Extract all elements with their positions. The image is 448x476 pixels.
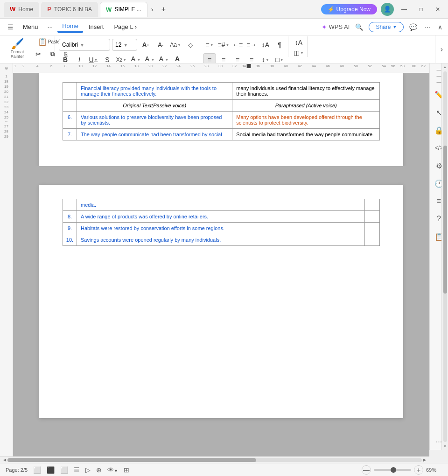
bold-button[interactable]: B — [59, 53, 72, 63]
outline-view-icon[interactable]: ☰ — [74, 466, 80, 474]
more-tabs-button[interactable]: › — [149, 4, 155, 15]
fullscreen-icon[interactable]: ⊞ — [124, 466, 129, 474]
style-button[interactable]: ↕A — [292, 38, 305, 47]
vertical-scrollbar[interactable]: ▲ ▼ — [441, 73, 448, 450]
ruler-num-56: 56 — [391, 64, 395, 68]
tab-topic6[interactable]: P TOPIC 6 IN BA — [41, 2, 98, 17]
style-group: ↕A ◫▼ — [290, 36, 308, 57]
hscroll-track — [7, 458, 422, 462]
zoom-out-button[interactable]: — — [362, 465, 371, 475]
strikethrough-button[interactable]: S — [101, 53, 114, 63]
menu-item-home[interactable]: Home — [57, 21, 83, 33]
vruler-22: 22 — [4, 100, 8, 104]
menu-more-dots[interactable]: ··· — [44, 21, 57, 33]
borders-button[interactable]: □▼ — [273, 53, 286, 63]
underline-button[interactable]: U▼ — [87, 53, 100, 63]
case-button[interactable]: Aa▼ — [169, 38, 182, 51]
profile-icon[interactable]: 👤 — [381, 3, 394, 16]
font-name-chevron: ▼ — [80, 42, 84, 48]
bottom-statusbar: Page: 2/5 ⬜ ⬛ ⬜ ☰ ▷ ⊕ 👁▼ ⊞ — + 69% — [0, 463, 448, 476]
numbering-button[interactable]: ≡#▼ — [217, 38, 230, 51]
text-highlight-button[interactable]: A ▼ — [157, 53, 170, 63]
cell-passive-10: Savings accounts were opened regularly b… — [77, 234, 365, 246]
ribbon-more-button[interactable]: ··· — [423, 21, 432, 33]
vruler-29: 29 — [4, 134, 8, 139]
clear-format-button[interactable]: ◇ — [184, 38, 197, 51]
align-center-button[interactable]: ≡ — [217, 53, 230, 63]
vscroll-thumb — [443, 146, 447, 294]
page-1-bottom: Financial literacy provided many individ… — [39, 73, 403, 166]
maximize-button[interactable]: □ — [414, 3, 427, 16]
zoom-in-button[interactable]: + — [414, 465, 423, 475]
sort-button[interactable]: ↕A — [259, 38, 272, 51]
format-painter-button[interactable]: 🖌️ FormatPainter — [6, 38, 29, 59]
hscroll-right-arrow[interactable]: ▶ — [422, 458, 427, 462]
cell-active-financial: many individuals used financial literacy… — [232, 83, 380, 100]
font-name-value: Calibri — [62, 42, 78, 48]
italic-button[interactable]: I — [73, 53, 86, 63]
ruler-num-54: 54 — [382, 64, 386, 68]
table-row-8: 8. A wide range of products was offered … — [63, 211, 380, 223]
text-passive-8: A wide range of products was offered by … — [81, 214, 208, 219]
zoom-slider[interactable] — [374, 469, 411, 471]
indent-less-button[interactable]: ←≡ — [231, 38, 244, 51]
horizontal-scrollbar: ◀ ▶ — [0, 456, 429, 463]
zoom-level[interactable]: 69% — [426, 467, 442, 473]
cut-button[interactable]: ✂ — [32, 48, 45, 61]
comment-button[interactable]: 💬 — [407, 21, 419, 33]
menubar: ☰ Menu ··· Home Insert Page L › ✦ WPS AI… — [0, 19, 448, 35]
highlight-button[interactable]: A ▼ — [143, 53, 156, 63]
vscroll-down-arrow[interactable]: ▼ — [443, 443, 447, 450]
vruler-21: 21 — [4, 95, 8, 99]
minimize-button[interactable]: — — [398, 3, 411, 16]
font-underline-color-button[interactable]: A — [171, 53, 184, 63]
align-right-button[interactable]: ≡ — [231, 53, 244, 63]
zoom-controls: — + 69% — [362, 465, 442, 475]
cell-passive-7: The way people communicate had been tran… — [77, 129, 232, 140]
language-icon[interactable]: ⊕ — [96, 466, 102, 474]
search-button[interactable]: 🔍 — [353, 21, 365, 33]
ruler-num-42: 42 — [298, 64, 302, 68]
format-painter-icon: 🖌️ — [11, 38, 24, 50]
font-name-selector[interactable]: Calibri ▼ — [59, 39, 110, 51]
table-row-media: media. — [63, 199, 380, 211]
wps-ai-button[interactable]: ✦ WPS AI — [322, 23, 350, 31]
share-button[interactable]: Share ▼ — [369, 22, 404, 32]
bullets-button[interactable]: ≡▼ — [203, 38, 216, 51]
play-icon[interactable]: ▷ — [85, 466, 91, 474]
shading-button[interactable]: ◫▼ — [292, 49, 305, 57]
font-shrink-button[interactable]: A- — [154, 38, 167, 51]
document-scroll[interactable]: Financial literacy provided many individ… — [13, 73, 429, 456]
menu-item-pagelayout[interactable]: Page L › — [109, 21, 141, 32]
justify-button[interactable]: ≡ — [245, 53, 258, 63]
tab-home[interactable]: W Home — [4, 2, 39, 17]
page-layout-icon[interactable]: ⬛ — [47, 466, 55, 474]
row-num-8: 8. — [63, 211, 77, 223]
indent-more-button[interactable]: ≡→ — [245, 38, 258, 51]
menu-item-insert[interactable]: Insert — [84, 21, 109, 32]
text-financial-active: many individuals used financial literacy… — [236, 85, 374, 97]
eye-icon[interactable]: 👁▼ — [107, 466, 118, 474]
font-size-selector[interactable]: 12 ▼ — [112, 39, 137, 51]
font-grow-button[interactable]: A+ — [139, 38, 152, 51]
new-tab-button[interactable]: + — [157, 3, 170, 16]
superscript-button[interactable]: X2▼ — [115, 53, 128, 63]
hamburger-menu[interactable]: ☰ — [4, 21, 17, 33]
line-spacing-button[interactable]: ↕▼ — [259, 53, 272, 63]
tab-home-label: Home — [18, 6, 33, 13]
font-color-button[interactable]: A ▼ — [129, 53, 142, 63]
pilcrow-button[interactable]: ¶ — [273, 38, 286, 51]
menu-item-menu[interactable]: Menu — [18, 21, 43, 32]
close-button[interactable]: ✕ — [431, 3, 444, 16]
text-passive-6: Various solutions to preserve biodiversi… — [81, 114, 222, 126]
page-view-icon[interactable]: ⬜ — [33, 466, 41, 474]
collapse-ribbon-button[interactable]: ∧ — [436, 21, 444, 33]
vruler-18: 18 — [4, 79, 8, 84]
row-num-10: 10. — [63, 234, 77, 246]
hscroll-left-arrow[interactable]: ◀ — [2, 458, 7, 462]
expand-ribbon-button[interactable]: › — [435, 35, 448, 63]
page-readonly-icon[interactable]: ⬜ — [60, 466, 68, 474]
tab-simple[interactable]: W SIMPLE ... — [100, 2, 147, 17]
align-left-button[interactable]: ≡ — [203, 53, 216, 63]
upgrade-button[interactable]: ⚡ Upgrade Now — [321, 4, 377, 14]
